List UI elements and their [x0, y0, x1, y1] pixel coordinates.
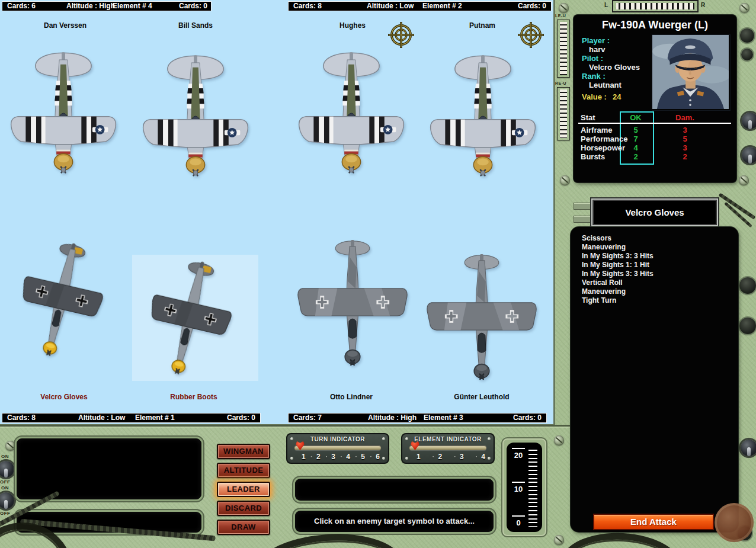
- aircraft-fw190[interactable]: [424, 254, 540, 381]
- rudder-gauge: [612, 0, 699, 12]
- pilot-photo: [652, 34, 731, 111]
- trim-gauge-top: [557, 20, 570, 78]
- hand-card[interactable]: Maneuvering: [582, 287, 724, 296]
- aircraft-fw190[interactable]: [7, 232, 116, 368]
- plate-hinge: [574, 216, 592, 223]
- screw-icon: [559, 3, 569, 13]
- cards-count-2: Cards: 0: [227, 414, 255, 422]
- dial-knob-icon[interactable]: [741, 49, 753, 60]
- stat-dam: 3: [668, 126, 701, 134]
- trim-gauge-bottom: [557, 87, 570, 140]
- aircraft-p47[interactable]: [296, 50, 406, 175]
- element-number: Element # 4: [113, 2, 152, 10]
- toggle-switch-icon[interactable]: [742, 113, 756, 129]
- toggle-switch-icon[interactable]: [742, 147, 756, 164]
- altitude-tick-0: 0: [511, 518, 526, 527]
- tire-decoration: [251, 529, 405, 548]
- stat-name: Bursts: [581, 152, 605, 161]
- aircraft-fw190[interactable]: [294, 239, 411, 367]
- stat-ok: 5: [621, 126, 651, 134]
- selected-pilot-plate: Velcro Gloves: [591, 198, 718, 226]
- rudder-right-label: R: [701, 2, 706, 8]
- altitude-button[interactable]: ALTITUDE: [217, 463, 270, 478]
- stat-ok: 4: [621, 143, 651, 152]
- altitude-tick-20: 20: [511, 451, 526, 460]
- status-bar-element-3: Cards: 7 Altitude : High Element # 3 Car…: [288, 413, 547, 423]
- aircraft-info-panel: Fw-190A Wuerger (L) Player : harv Pilot …: [574, 15, 736, 182]
- hand-card[interactable]: In My Sights 1: 1 Hit: [582, 261, 724, 270]
- enemy-target-icon[interactable]: [388, 22, 414, 48]
- altitude-tick-10: 10: [511, 485, 526, 493]
- game-window: Cards: 6 Altitude : High Element # 4 Car…: [0, 0, 756, 548]
- stat-dam: 5: [668, 134, 701, 143]
- altitude-gauge: 20 10 0: [501, 437, 547, 537]
- stat-dam: 3: [668, 143, 701, 152]
- card-display-screen: [17, 438, 201, 499]
- dial-knob-icon[interactable]: [740, 28, 754, 43]
- cards-count-2: Cards: 0: [179, 2, 207, 10]
- dial-knob-icon[interactable]: [739, 277, 756, 294]
- aircraft-title: Fw-190A Wuerger (L): [574, 19, 736, 31]
- stat-name: Airframe: [581, 126, 612, 134]
- player-value: harv: [589, 45, 605, 54]
- aircraft-p47[interactable]: [140, 53, 251, 178]
- wingman-button[interactable]: WINGMAN: [217, 444, 270, 459]
- value-label: Value :: [582, 92, 607, 101]
- cards-count: Cards: 6: [7, 2, 36, 10]
- stat-ok: 2: [621, 152, 651, 161]
- screw-icon: [560, 175, 570, 185]
- dial-knob-icon[interactable]: [739, 318, 756, 334]
- pilot-label: Pilot :: [582, 54, 603, 63]
- toggle-switch-icon[interactable]: [0, 492, 14, 509]
- toggle-switch-icon[interactable]: [741, 440, 756, 456]
- plate-hinge: [574, 203, 592, 210]
- hand-card[interactable]: Maneuvering: [582, 243, 724, 252]
- element-indicator-track[interactable]: [409, 446, 486, 450]
- draw-button[interactable]: DRAW: [217, 520, 270, 535]
- screw-icon: [554, 435, 564, 446]
- enemy-target-icon[interactable]: [518, 22, 544, 48]
- turn-indicator-title: TURN INDICATOR: [287, 436, 388, 443]
- hand-card[interactable]: Scissors: [582, 234, 724, 243]
- element-number: Element # 2: [422, 2, 462, 10]
- end-attack-button[interactable]: End Attack: [594, 515, 713, 529]
- stats-header-dam: Dam.: [668, 113, 701, 122]
- watermark-logo: [715, 503, 754, 542]
- screw-icon: [5, 441, 15, 451]
- altitude-status: Altitude : Low: [367, 2, 414, 10]
- status-bar-element-2: Cards: 8 Altitude : Low Element # 2 Card…: [288, 1, 552, 11]
- hand-card[interactable]: Vertical Roll: [582, 278, 724, 287]
- stats-divider: [578, 123, 731, 124]
- element-indicator: ELEMENT INDICATOR 1234: [401, 433, 495, 464]
- cards-count-2: Cards: 0: [518, 2, 546, 10]
- turn-indicator: TURN INDICATOR 123456: [286, 433, 389, 464]
- stat-dam: 2: [668, 152, 701, 161]
- turn-indicator-track[interactable]: [294, 446, 381, 450]
- pilot-value: Velcro Gloves: [589, 63, 640, 72]
- altitude-gauge-face: 20 10 0: [507, 443, 542, 532]
- rank-label: Rank :: [582, 72, 606, 81]
- altitude-tick-marks: [528, 450, 537, 527]
- hand-card[interactable]: Tight Turn: [582, 296, 724, 305]
- hand-card[interactable]: In My Sights 3: 3 Hits: [582, 270, 724, 278]
- cards-count-2: Cards: 0: [513, 414, 542, 422]
- toggle-on-label: ON: [1, 485, 9, 491]
- element-indicator-scale: 1234: [417, 453, 485, 461]
- player-label: Player :: [582, 36, 610, 45]
- leader-button[interactable]: LEADER: [217, 482, 270, 497]
- stats-header-stat: Stat: [581, 113, 595, 122]
- panel-seam: [0, 425, 570, 427]
- screw-icon: [739, 3, 749, 13]
- discard-button[interactable]: DISCARD: [217, 501, 270, 516]
- stat-name: Horsepower: [581, 143, 625, 152]
- tire-decoration: [560, 530, 683, 548]
- stats-header-ok: OK: [621, 113, 651, 122]
- aircraft-p47[interactable]: [428, 53, 538, 178]
- plane-label: Rubber Boots: [143, 393, 244, 401]
- action-button-column: WINGMAN ALTITUDE LEADER DISCARD DRAW: [217, 444, 271, 539]
- toggle-switch-icon[interactable]: [0, 461, 14, 478]
- plane-label: Günter Leuthold: [431, 393, 532, 401]
- aircraft-p47[interactable]: [8, 50, 118, 175]
- hand-card[interactable]: In My Sights 3: 3 Hits: [582, 252, 724, 261]
- toggle-off-label: OFF: [0, 479, 11, 485]
